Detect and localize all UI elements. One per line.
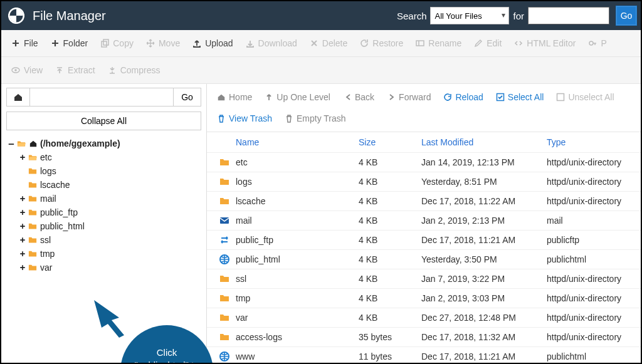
tree-item-label: lscache (40, 180, 70, 190)
plus-icon (51, 39, 60, 48)
nav-reload-button[interactable]: Reload (437, 86, 489, 108)
file-name: ssl (236, 274, 359, 284)
file-type: publichtml (547, 351, 634, 361)
file-name: mail (236, 216, 359, 226)
nav-up-button[interactable]: Up One Level (258, 86, 337, 108)
tree-item-mail[interactable]: +mail (6, 192, 201, 205)
table-row[interactable]: logs4 KBYesterday, 8:51 PMhttpd/unix-dir… (207, 172, 641, 192)
folder-icon (213, 177, 236, 187)
tree-item-label: logs (40, 166, 56, 176)
unselect-all-button[interactable]: Unselect All (550, 86, 620, 108)
col-name[interactable]: Name (236, 137, 359, 147)
file-size: 4 KB (359, 196, 421, 206)
folder-icon (28, 263, 38, 272)
nav-home-button[interactable]: Home (211, 86, 258, 108)
tree-item-label: public_ftp (40, 207, 78, 217)
file-type: publichtml (547, 254, 634, 264)
table-row[interactable]: etc4 KBJan 14, 2019, 12:13 PMhttpd/unix-… (207, 153, 641, 172)
expand-icon[interactable]: + (19, 221, 26, 231)
expand-icon[interactable]: – (8, 138, 15, 148)
nav-forward-button[interactable]: Forward (381, 86, 437, 108)
tree-item-label: tmp (40, 249, 55, 259)
restore-icon (360, 39, 369, 48)
file-type: httpd/unix-directory (547, 274, 634, 284)
empty-trash-button[interactable]: Empty Trash (278, 108, 352, 129)
table-row[interactable]: var4 KBDec 27, 2018, 12:48 PMhttpd/unix-… (207, 308, 641, 328)
file-type: publicftp (547, 235, 634, 245)
expand-icon[interactable]: + (19, 263, 26, 273)
trash-icon (217, 114, 226, 123)
file-type: httpd/unix-directory (547, 177, 634, 187)
path-go-button[interactable]: Go (174, 88, 201, 107)
search-go-button[interactable]: Go (616, 6, 637, 26)
folder-icon (213, 157, 236, 167)
expand-icon[interactable]: + (19, 207, 26, 217)
table-row[interactable]: lscache4 KBDec 17, 2018, 11:22 AMhttpd/u… (207, 192, 641, 211)
tree-item-etc[interactable]: +etc (6, 150, 201, 164)
file-size: 4 KB (359, 177, 421, 187)
col-last-modified[interactable]: Last Modified (421, 137, 547, 147)
expand-icon[interactable] (19, 166, 26, 176)
file-name: tmp (236, 293, 359, 303)
expand-icon[interactable]: + (19, 249, 26, 259)
file-size: 35 bytes (359, 332, 421, 342)
folder-icon (28, 167, 38, 175)
table-row[interactable]: public_html4 KBYesterday, 3:50 PMpublich… (207, 250, 641, 269)
download-button: Download (239, 33, 303, 54)
search-label: Search (397, 11, 427, 21)
table-row[interactable]: tmp4 KBJan 2, 2019, 3:03 PMhttpd/unix-di… (207, 289, 641, 308)
folder-open-icon (16, 139, 26, 148)
file-modified: Dec 17, 2018, 11:22 AM (421, 196, 547, 206)
compress-icon (108, 66, 117, 75)
extract-icon (55, 66, 64, 75)
folder-button[interactable]: Folder (45, 33, 95, 54)
search-scope-select[interactable]: All Your Files (430, 7, 509, 24)
file-name: var (236, 313, 359, 323)
path-input[interactable] (30, 88, 174, 107)
file-name: www (236, 351, 359, 361)
expand-icon[interactable] (19, 180, 26, 190)
upload-button[interactable]: Upload (186, 33, 239, 54)
col-type[interactable]: Type (547, 137, 634, 147)
folder-icon (28, 208, 38, 217)
expand-icon[interactable]: + (19, 235, 26, 245)
search-input[interactable] (528, 7, 609, 24)
table-row[interactable]: ssl4 KBJan 7, 2019, 3:22 PMhttpd/unix-di… (207, 269, 641, 289)
collapse-all-button[interactable]: Collapse All (6, 112, 201, 130)
app-title: File Manager (33, 9, 106, 23)
select-all-button[interactable]: Select All (490, 86, 550, 108)
expand-icon[interactable]: + (19, 194, 26, 204)
table-row[interactable]: public_ftp4 KBDec 17, 2018, 11:21 AMpubl… (207, 231, 641, 250)
forward-icon (387, 93, 396, 101)
table-row[interactable]: mail4 KBJan 2, 2019, 2:13 PMmail (207, 211, 641, 231)
key-icon (588, 39, 597, 48)
table-row[interactable]: www11 bytesDec 17, 2018, 11:21 AMpublich… (207, 347, 641, 364)
file-button[interactable]: File (5, 33, 45, 54)
path-home-button[interactable] (6, 88, 30, 107)
view-trash-button[interactable]: View Trash (211, 108, 278, 129)
eye-icon (11, 66, 20, 75)
check-icon (496, 93, 505, 101)
file-modified: Dec 17, 2018, 11:21 AM (421, 235, 547, 245)
download-icon (246, 39, 255, 48)
file-modified: Dec 17, 2018, 11:32 AM (421, 332, 547, 342)
table-row[interactable]: access-logs35 bytesDec 17, 2018, 11:32 A… (207, 328, 641, 347)
nav-back-button[interactable]: Back (337, 86, 381, 108)
tree-item-logs[interactable]: logs (6, 164, 201, 178)
tree-item-tmp[interactable]: +tmp (6, 247, 201, 261)
back-icon (343, 93, 352, 101)
folder-tree: – (/home/ggexample) +etc logs lscache+ma… (6, 137, 201, 274)
tree-item-ssl[interactable]: +ssl (6, 233, 201, 247)
rename-icon (416, 39, 424, 48)
file-type: httpd/unix-directory (547, 196, 634, 206)
file-name: access-logs (236, 332, 359, 342)
expand-icon[interactable]: + (19, 152, 26, 162)
tree-item-var[interactable]: +var (6, 261, 201, 274)
tree-item-public_ftp[interactable]: +public_ftp (6, 205, 201, 219)
tree-root[interactable]: – (/home/ggexample) (6, 137, 201, 150)
for-label: for (513, 11, 524, 21)
edit-icon (474, 39, 483, 48)
tree-item-public_html[interactable]: +public_html (6, 219, 201, 233)
tree-item-lscache[interactable]: lscache (6, 178, 201, 192)
col-size[interactable]: Size (359, 137, 421, 147)
